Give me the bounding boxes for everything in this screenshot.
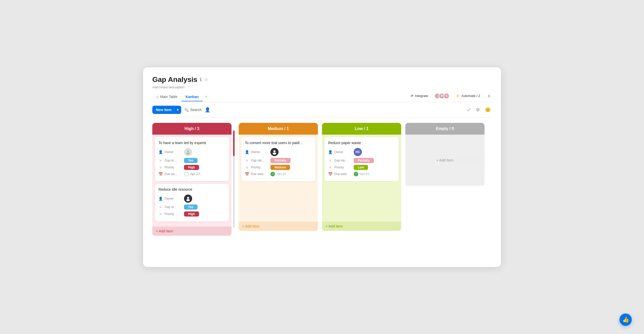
toolbar-right: ⤢ ⚙ 🙂 bbox=[466, 106, 492, 114]
new-item-dropdown-button[interactable]: ▾ bbox=[174, 106, 181, 114]
col-low-header: Low / 1 bbox=[322, 123, 401, 135]
tab-main-table-label: Main Table bbox=[160, 95, 177, 99]
star-icon[interactable]: ☆ bbox=[204, 77, 208, 82]
col-high-title: High / 3 bbox=[185, 126, 199, 131]
card-2-gap-field: ≡ Gap id... Yes bbox=[158, 204, 225, 210]
tab-main-table[interactable]: ⌂ Main Table bbox=[152, 93, 181, 101]
search-icon: 🔍 bbox=[184, 108, 189, 112]
card-3-owner-avatar bbox=[270, 148, 279, 156]
svg-point-1 bbox=[186, 153, 190, 155]
add-tab-button[interactable]: + bbox=[203, 92, 210, 102]
person-filter-button[interactable]: 👤 bbox=[205, 107, 210, 113]
new-item-label: New Item bbox=[156, 108, 171, 112]
fab-button[interactable]: 👍 bbox=[619, 314, 632, 326]
svg-point-4 bbox=[273, 150, 275, 152]
emoji-button[interactable]: 🙂 bbox=[484, 106, 492, 114]
card-1-gap-badge: Yes bbox=[184, 158, 198, 163]
priority-icon: ≡ bbox=[158, 212, 163, 216]
card-2-priority-field: ≡ Priority High bbox=[158, 211, 225, 217]
avatar-3: ↯ bbox=[443, 93, 450, 99]
card-1-owner-field: 👤 Owner bbox=[158, 148, 225, 156]
integrate-label: Integrate bbox=[415, 94, 428, 98]
tab-bar-right: ⟳ Integrate M ↯ ⚡ Automate / 2 ∧ bbox=[409, 92, 492, 102]
card-4-owner-avatar: HC bbox=[354, 148, 362, 156]
high-add-item-button[interactable]: + Add Item bbox=[152, 227, 232, 236]
card-3-priority-badge: Medium bbox=[270, 165, 290, 170]
integrate-button[interactable]: ⟳ Integrate bbox=[409, 93, 430, 99]
card-2[interactable]: Reduce idle resource 👤 Owner ≡ bbox=[155, 184, 229, 221]
new-item-group: New Item ▾ bbox=[152, 106, 181, 114]
page-header: Gap Analysis ℹ ☆ Add board description bbox=[152, 76, 492, 89]
card-1-priority-badge: High bbox=[184, 165, 199, 170]
gap-icon: ≡ bbox=[328, 158, 332, 163]
card-1-owner-avatar bbox=[184, 148, 192, 156]
card-2-owner-avatar bbox=[184, 195, 192, 203]
board-description[interactable]: Add board description bbox=[152, 85, 492, 89]
svg-point-5 bbox=[273, 153, 276, 155]
card-1-due-field: 📅 Due da... Apr 27 bbox=[158, 172, 225, 176]
priority-icon: ≡ bbox=[328, 165, 332, 169]
calendar-icon: 📅 bbox=[245, 172, 249, 176]
card-1[interactable]: To have a team led by experts 👤 Owner bbox=[155, 137, 229, 181]
owner-icon: 👤 bbox=[245, 150, 249, 154]
automate-button[interactable]: ⚡ Automate / 2 bbox=[454, 93, 482, 99]
settings-button[interactable]: ⚙ bbox=[475, 106, 481, 114]
toolbar: New Item ▾ 🔍 Search 👤 ⤢ ⚙ 🙂 bbox=[152, 102, 492, 118]
card-2-owner-field: 👤 Owner bbox=[158, 195, 225, 203]
card-4-priority-field: ≡ Priority Low bbox=[328, 165, 395, 170]
owner-icon: 👤 bbox=[158, 197, 163, 201]
col-low-body: Reduce paper waste 👤 Owner HC ≡ Gap ide.… bbox=[322, 135, 401, 222]
high-col-scrollbar[interactable] bbox=[233, 131, 235, 228]
calendar-icon: 📅 bbox=[158, 172, 163, 176]
column-high: High / 3 To have a team led by experts 👤… bbox=[152, 123, 232, 236]
card-4-due-field: 📅 Due date ✓ Apr 21 bbox=[328, 172, 395, 176]
new-item-button[interactable]: New Item bbox=[152, 106, 175, 114]
card-4-title: Reduce paper waste bbox=[328, 141, 395, 145]
card-3[interactable]: To convert more trial users to paid/... … bbox=[241, 137, 315, 181]
owner-icon: 👤 bbox=[328, 150, 332, 154]
card-3-gap-badge: Partially bbox=[270, 158, 291, 163]
card-3-gap-field: ≡ Gap ide... Partially bbox=[245, 158, 312, 163]
tab-kanban[interactable]: Kanban bbox=[181, 93, 203, 101]
card-3-priority-field: ≡ Priority Medium bbox=[245, 165, 312, 170]
info-icon[interactable]: ℹ bbox=[200, 77, 202, 82]
search-button[interactable]: 🔍 Search bbox=[184, 108, 201, 112]
priority-icon: ≡ bbox=[245, 165, 249, 169]
integrate-icon: ⟳ bbox=[411, 94, 413, 98]
scrollbar-thumb bbox=[233, 131, 235, 156]
column-empty: Empty / 0 + Add Item bbox=[405, 123, 485, 186]
home-icon: ⌂ bbox=[156, 95, 158, 99]
col-high-header: High / 3 bbox=[152, 123, 232, 135]
card-4[interactable]: Reduce paper waste 👤 Owner HC ≡ Gap ide.… bbox=[325, 137, 399, 181]
kanban-board: High / 3 To have a team led by experts 👤… bbox=[152, 123, 492, 236]
search-label: Search bbox=[190, 108, 201, 112]
card-1-title: To have a team led by experts bbox=[158, 141, 225, 145]
col-medium-body: To convert more trial users to paid/... … bbox=[239, 135, 318, 222]
col-medium-title: Medium / 1 bbox=[268, 126, 289, 131]
low-add-item-button[interactable]: + Add Item bbox=[322, 222, 401, 231]
priority-icon: ≡ bbox=[158, 165, 163, 169]
fullscreen-button[interactable]: ⤢ bbox=[466, 106, 472, 114]
card-1-gap-field: ≡ Gap id... Yes bbox=[158, 158, 225, 163]
card-4-due-text: Apr 21 bbox=[360, 172, 370, 176]
card-3-due-field: 📅 Due date ✓ Apr 27 bbox=[245, 172, 312, 176]
card-1-priority-field: ≡ Priority High bbox=[158, 165, 225, 170]
card-1-due-text: Apr 27 bbox=[190, 172, 200, 176]
gap-icon: ≡ bbox=[158, 205, 163, 209]
card-3-owner-field: 👤 Owner bbox=[245, 148, 312, 156]
medium-add-item-button[interactable]: + Add Item bbox=[239, 222, 318, 231]
high-col-wrapper: High / 3 To have a team led by experts 👤… bbox=[152, 123, 235, 236]
tab-bar: ⌂ Main Table Kanban + ⟳ Integrate M ↯ ⚡ … bbox=[152, 92, 492, 102]
due-checked: ✓ bbox=[270, 172, 275, 176]
col-medium-header: Medium / 1 bbox=[239, 123, 318, 135]
fab-icon: 👍 bbox=[622, 316, 629, 323]
automate-icon: ⚡ bbox=[456, 94, 460, 98]
collapse-button[interactable]: ∧ bbox=[486, 92, 492, 100]
card-2-title: Reduce idle resource bbox=[158, 187, 225, 191]
col-high-body: To have a team led by experts 👤 Owner bbox=[152, 135, 232, 227]
card-4-owner-field: 👤 Owner HC bbox=[328, 148, 395, 156]
card-2-priority-badge: High bbox=[184, 211, 199, 217]
card-3-title: To convert more trial users to paid/... bbox=[245, 141, 312, 145]
card-4-gap-badge: Partially bbox=[354, 158, 374, 163]
empty-add-item-button[interactable]: + Add Item bbox=[408, 156, 482, 165]
